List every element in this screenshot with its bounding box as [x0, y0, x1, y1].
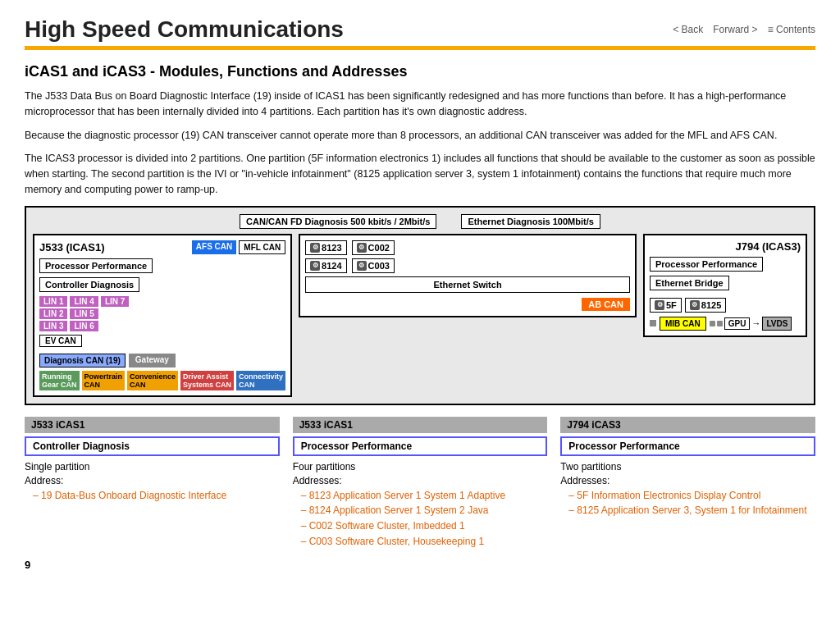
lin4-btn[interactable]: LIN 4: [70, 296, 98, 307]
arrow-icon: →: [751, 318, 760, 328]
summary-inner-3: Processor Performance: [560, 436, 815, 456]
summary-partitions-2: Four partitions: [293, 461, 548, 472]
header: High Speed Communications < Back Forward…: [25, 16, 815, 43]
lin2-btn[interactable]: LIN 2: [39, 308, 67, 319]
afs-can-btn[interactable]: AFS CAN: [192, 240, 236, 254]
lin1-btn[interactable]: LIN 1: [39, 296, 67, 307]
middle-inner: ⚙ 8123 ⚙ C002 ⚙ 8124: [299, 234, 637, 317]
summary-list-1: 19 Data-Bus Onboard Diagnostic Interface: [25, 489, 280, 503]
mod-8125: ⚙ 8125: [685, 298, 726, 313]
diagram-main: J533 (ICAS1) AFS CAN MFL CAN Processor P…: [33, 234, 807, 397]
summary-inner-1: Controller Diagnosis: [25, 436, 280, 456]
j794-title: J794 (ICAS3): [650, 240, 801, 253]
page-number: 9: [25, 559, 815, 571]
mod-c003-label: C003: [368, 261, 390, 271]
mod-c002: ⚙ C002: [352, 240, 395, 255]
mod-icon-1: ⚙: [310, 243, 320, 253]
mib-can-btn[interactable]: MIB CAN: [660, 317, 706, 331]
connectivity-btn[interactable]: ConnectivityCAN: [236, 371, 285, 390]
j794-box: J794 (ICAS3) Processor Performance Ether…: [643, 234, 807, 337]
yellow-bar: [25, 46, 815, 50]
summary-addr-label-3: Addresses:: [560, 475, 815, 486]
mod-5f-icon: ⚙: [655, 300, 664, 310]
diagram-top-labels: CAN/CAN FD Diagnosis 500 kbit/s / 2Mbit/…: [33, 214, 807, 229]
gpu-section: GPU → LVDS: [710, 317, 792, 331]
summary-box-3: J794 iCAS3 Processor Performance Two par…: [560, 417, 815, 550]
lvds-btn[interactable]: LVDS: [762, 317, 792, 331]
summary-partitions-3: Two partitions: [560, 461, 815, 472]
mod-8124: ⚙ 8124: [305, 258, 346, 273]
gpu-dot-1: [710, 321, 715, 326]
mfl-can-btn[interactable]: MFL CAN: [239, 240, 285, 254]
summary-list-2: 8123 Application Server 1 System 1 Adapt…: [293, 489, 548, 549]
ab-can-btn[interactable]: AB CAN: [582, 298, 630, 311]
diagram: CAN/CAN FD Diagnosis 500 kbit/s / 2Mbit/…: [25, 206, 815, 405]
summary-inner-2: Processor Performance: [293, 436, 548, 456]
gpu-dot-2: [717, 321, 723, 326]
summary-partitions-1: Single partition: [25, 461, 280, 472]
summary-item-2-3: C003 Software Cluster, Housekeeping 1: [301, 535, 548, 549]
mod-icon-2: ⚙: [357, 243, 367, 253]
summary-header-2: J533 iCAS1: [293, 417, 548, 433]
gateway-btn[interactable]: Gateway: [129, 354, 176, 368]
header-nav: < Back Forward > ≡ Contents: [673, 24, 815, 35]
summary-item-3-0: 5F Information Electronics Display Contr…: [568, 489, 815, 503]
ctrl-diag-label: Controller Diagnosis: [39, 277, 139, 292]
summary-addr-label-2: Addresses:: [293, 475, 548, 486]
running-gear-btn[interactable]: RunningGear CAN: [39, 371, 80, 390]
mod-icon-3: ⚙: [310, 261, 320, 271]
mod-icon-4: ⚙: [357, 261, 367, 271]
summary-section: J533 iCAS1 Controller Diagnosis Single p…: [25, 417, 815, 550]
summary-header-1: J533 iCAS1: [25, 417, 280, 433]
summary-item-3-1: 8125 Application Server 3, System 1 for …: [568, 504, 815, 518]
mod-8123: ⚙ 8123: [305, 240, 346, 255]
ev-can-btn[interactable]: EV CAN: [39, 335, 82, 347]
j533-box: J533 (ICAS1) AFS CAN MFL CAN Processor P…: [33, 234, 292, 397]
page: High Speed Communications < Back Forward…: [0, 0, 840, 587]
can-label: CAN/CAN FD Diagnosis 500 kbit/s / 2Mbit/…: [240, 214, 436, 229]
summary-item-2-0: 8123 Application Server 1 System 1 Adapt…: [301, 489, 548, 503]
diag-can-btn[interactable]: Diagnosis CAN (19): [39, 354, 126, 368]
eth-bridge-label: Ethernet Bridge: [650, 276, 729, 290]
j533-inner: J533 (ICAS1) AFS CAN MFL CAN Processor P…: [33, 234, 292, 397]
mod-5f: ⚙ 5F: [650, 298, 682, 313]
contents-link[interactable]: ≡ Contents: [768, 24, 815, 35]
lin7-btn[interactable]: LIN 7: [101, 296, 129, 307]
mod-c003: ⚙ C003: [352, 258, 395, 273]
lin3-btn[interactable]: LIN 3: [39, 321, 67, 331]
summary-box-1: J533 iCAS1 Controller Diagnosis Single p…: [25, 417, 280, 550]
summary-addr-label-1: Address:: [25, 475, 280, 486]
indicator-dot: [650, 320, 656, 326]
j794-inner: J794 (ICAS3) Processor Performance Ether…: [643, 234, 807, 337]
paragraph-2: Because the diagnostic processor (19) CA…: [25, 128, 815, 144]
summary-item-2-2: C002 Software Cluster, Imbedded 1: [301, 519, 548, 533]
summary-list-3: 5F Information Electronics Display Contr…: [560, 489, 815, 518]
powertrain-btn[interactable]: PowertrainCAN: [82, 371, 126, 390]
mod-8123-label: 8123: [322, 243, 341, 253]
convenience-btn[interactable]: ConvenienceCAN: [127, 371, 178, 390]
driver-assist-btn[interactable]: Driver AssistSystems CAN: [180, 371, 234, 390]
lin5-btn[interactable]: LIN 5: [70, 308, 98, 319]
j794-proc-perf: Processor Performance: [650, 257, 763, 272]
mod-8125-label: 8125: [701, 300, 721, 310]
summary-item-1-0: 19 Data-Bus Onboard Diagnostic Interface: [33, 489, 280, 503]
paragraph-1: The J533 Data Bus on Board Diagnostic In…: [25, 89, 815, 120]
summary-box-2: J533 iCAS1 Processor Performance Four pa…: [293, 417, 548, 550]
gpu-label: GPU: [724, 317, 751, 330]
proc-perf-label: Processor Performance: [39, 258, 153, 273]
middle-section: ⚙ 8123 ⚙ C002 ⚙ 8124: [299, 234, 637, 317]
module-row-1: ⚙ 8123 ⚙ C002: [305, 240, 630, 255]
summary-item-2-1: 8124 Application Server 1 System 2 Java: [301, 504, 548, 518]
lin6-btn[interactable]: LIN 6: [70, 321, 98, 331]
eth-label: Ethernet Diagnosis 100Mbit/s: [461, 214, 600, 229]
mod-8124-label: 8124: [322, 261, 341, 271]
mod-8125-icon: ⚙: [690, 300, 700, 310]
back-link[interactable]: < Back: [673, 24, 703, 35]
section-title: iCAS1 and iCAS3 - Modules, Functions and…: [25, 63, 815, 80]
forward-link[interactable]: Forward >: [713, 24, 757, 35]
module-row-2: ⚙ 8124 ⚙ C003: [305, 258, 630, 273]
paragraph-3: The ICAS3 processor is divided into 2 pa…: [25, 151, 815, 197]
mod-5f-label: 5F: [666, 300, 677, 310]
j533-title: J533 (ICAS1): [39, 241, 104, 253]
summary-header-3: J794 iCAS3: [560, 417, 815, 433]
